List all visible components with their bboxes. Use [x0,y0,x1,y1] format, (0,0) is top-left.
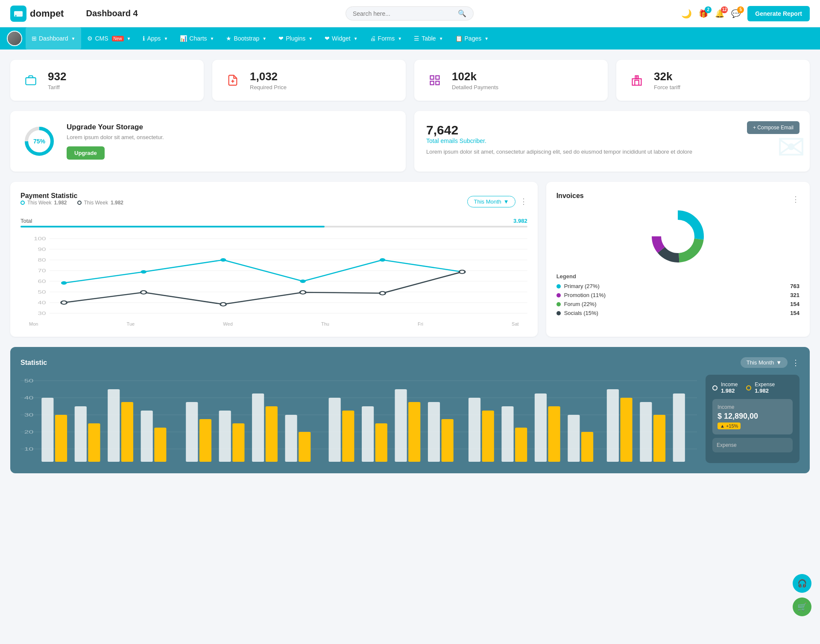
stat-card-detailed-payments: 102k Detalled Payments [414,60,608,101]
nav-item-cms[interactable]: ⚙ CMS New ▼ [81,27,137,50]
this-month-label: This Month [474,198,501,205]
email-card: + Compose Email 7,642 Total emails Subcr… [414,111,810,172]
svg-rect-84 [501,406,513,462]
force-tariff-value: 32k [654,70,680,83]
chevron-down-icon-apps: ▼ [164,36,168,41]
legend-promotion: Promotion (11%) 321 [556,292,800,298]
bell-icon[interactable]: 🔔 12 [715,9,724,18]
svg-rect-75 [342,411,354,462]
svg-rect-70 [252,393,264,462]
search-input[interactable] [353,10,454,17]
required-price-label: Required Price [250,84,287,90]
chevron-down-icon-charts: ▼ [210,36,214,41]
nav-item-forms[interactable]: 🖨 Forms ▼ [364,27,408,50]
svg-rect-91 [620,398,632,462]
forum-label: Forum (22%) [564,301,597,307]
email-description: Lorem ipsum dolor sit amet, consectetur … [426,148,798,156]
svg-rect-73 [299,432,310,462]
svg-point-38 [61,301,67,304]
primary-value: 763 [790,283,800,289]
svg-point-35 [300,280,306,283]
svg-point-42 [380,291,386,295]
invoices-more-icon[interactable]: ⋮ [792,195,800,204]
charts-row: Payment Statistic This Week 1.982 This W… [10,182,810,337]
svg-rect-1 [14,12,23,14]
x-label-sat: Sat [512,321,519,326]
svg-text:80: 80 [38,258,46,262]
chevron-down-icon: ▼ [71,36,76,41]
svg-rect-66 [186,402,198,462]
income-box: Income $ 12,890,00 ▲ +15% [712,399,793,434]
svg-rect-87 [548,406,560,462]
storage-description: Lorem ipsum dolor sit amet, onsectetur. [67,134,164,140]
svg-rect-76 [362,406,374,462]
nav-item-dashboard[interactable]: ⊞ Dashboard ▼ [26,27,81,50]
svg-text:70: 70 [38,268,46,273]
nav-item-widget[interactable]: ❤ Widget ▼ [319,27,363,50]
this-month-filter-button[interactable]: This Month ▼ [467,196,515,207]
nav-item-pages[interactable]: 📋 Pages ▼ [449,27,495,50]
required-price-value: 1,032 [250,70,287,83]
storage-donut: 75% [22,124,56,158]
income-growth: ▲ +15% [718,423,741,429]
moon-icon[interactable]: 🌙 [681,9,692,19]
generate-report-button[interactable]: Generate Report [747,6,810,21]
navbar: ⊞ Dashboard ▼ ⚙ CMS New ▼ ℹ Apps ▼ 📊 Cha… [0,27,820,50]
detailed-payments-label: Detalled Payments [452,84,498,90]
stat-cards: 932 Tariff 1,032 Required Price [10,60,810,101]
avatar [7,31,22,46]
nav-item-charts[interactable]: 📊 Charts ▼ [174,27,220,50]
expense-value: 1.982 [755,388,775,394]
statistic-filter-button[interactable]: This Month ▼ [741,357,788,368]
widget-icon: ❤ [325,35,330,42]
socials-dot [556,311,561,315]
x-label-tue: Tue [127,321,135,326]
payment-statistic-card: Payment Statistic This Week 1.982 This W… [10,182,538,337]
nav-item-bootstrap[interactable]: ★ Bootstrap ▼ [220,27,272,50]
legend-dot-teal [20,201,25,205]
svg-rect-65 [154,428,166,462]
total-bar [20,226,527,227]
svg-text:100: 100 [34,236,46,241]
legend-week1-value: 1.982 [54,200,67,206]
svg-rect-60 [75,406,87,462]
socials-value: 154 [790,310,800,316]
upgrade-button[interactable]: Upgrade [67,146,105,160]
income-box-title: Income [718,404,788,410]
nav-label-forms: Forms [378,35,395,42]
invoices-legend: Legend Primary (27%) 763 Promotion (11%)… [556,273,800,316]
chat-icon[interactable]: 💬 5 [731,9,741,18]
statistic-more-icon[interactable]: ⋮ [792,358,800,367]
svg-rect-88 [568,415,580,462]
svg-text:30: 30 [38,311,46,316]
nav-item-plugins[interactable]: ❤ Plugins ▼ [272,27,319,50]
chevron-down-icon-filter: ▼ [504,198,509,205]
svg-rect-64 [141,411,153,462]
x-axis: Mon Tue Wed Thu Fri Sat [20,321,527,326]
tariff-value: 932 [48,70,66,83]
line-chart-svg: 100 90 80 70 60 50 40 30 [20,234,527,320]
nav-label-cms: CMS [95,35,108,42]
svg-rect-80 [428,402,440,462]
stat-card-tariff: 932 Tariff [10,60,204,101]
invoices-card: Invoices ⋮ Legend [546,182,810,337]
nav-item-apps[interactable]: ℹ Apps ▼ [137,27,174,50]
more-options-icon[interactable]: ⋮ [520,197,527,206]
nav-item-table[interactable]: ☰ Table ▼ [408,27,449,50]
legend-week1-label: This Week [27,200,51,206]
statistic-title: Statistic [20,359,47,367]
search-icon[interactable]: 🔍 [458,9,466,17]
payment-header: Payment Statistic This Week 1.982 This W… [20,192,527,211]
svg-rect-74 [329,398,341,462]
nav-label-bootstrap: Bootstrap [234,35,259,42]
svg-rect-69 [232,423,244,462]
header-actions: 🌙 🎁 2 🔔 12 💬 5 Generate Report [681,6,810,21]
arrow-up-icon: ▲ [720,423,725,428]
apps-icon: ℹ [143,35,145,42]
tariff-label: Tariff [48,84,66,90]
svg-rect-85 [515,428,527,462]
legend-week2-label: This Week [84,200,108,206]
income-amount: $ 12,890,00 [718,412,788,421]
search-box[interactable]: 🔍 [346,6,474,20]
gift-icon[interactable]: 🎁 2 [699,9,708,18]
